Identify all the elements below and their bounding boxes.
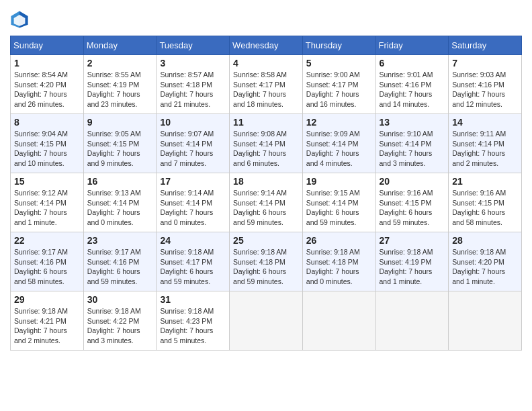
day-info: Sunrise: 9:10 AM Sunset: 4:14 PM Dayligh…: [380, 129, 445, 169]
day-number: 20: [380, 176, 445, 187]
calendar-day-cell: 27 Sunrise: 9:18 AM Sunset: 4:19 PM Dayl…: [375, 232, 449, 291]
calendar-day-cell: 15 Sunrise: 9:12 AM Sunset: 4:14 PM Dayl…: [11, 173, 84, 232]
calendar-day-cell: 26 Sunrise: 9:18 AM Sunset: 4:18 PM Dayl…: [302, 232, 375, 291]
day-info: Sunrise: 9:18 AM Sunset: 4:18 PM Dayligh…: [233, 247, 299, 287]
day-number: 16: [87, 176, 153, 187]
logo-icon: [10, 10, 29, 29]
calendar-day-cell: 14 Sunrise: 9:11 AM Sunset: 4:14 PM Dayl…: [449, 114, 522, 173]
weekday-header: Saturday: [449, 36, 522, 55]
calendar-day-cell: 4 Sunrise: 8:58 AM Sunset: 4:17 PM Dayli…: [230, 55, 303, 114]
calendar-day-cell: 16 Sunrise: 9:13 AM Sunset: 4:14 PM Dayl…: [83, 173, 157, 232]
day-number: 31: [160, 294, 226, 305]
calendar-day-cell: 22 Sunrise: 9:17 AM Sunset: 4:16 PM Dayl…: [11, 232, 84, 291]
day-info: Sunrise: 9:05 AM Sunset: 4:15 PM Dayligh…: [87, 129, 153, 169]
day-number: 28: [452, 235, 518, 246]
weekday-header: Sunday: [11, 36, 84, 55]
day-info: Sunrise: 9:18 AM Sunset: 4:23 PM Dayligh…: [160, 306, 226, 346]
day-info: Sunrise: 8:55 AM Sunset: 4:19 PM Dayligh…: [87, 70, 153, 109]
day-info: Sunrise: 9:15 AM Sunset: 4:14 PM Dayligh…: [306, 188, 372, 228]
calendar-day-cell: [302, 291, 375, 351]
day-info: Sunrise: 9:14 AM Sunset: 4:14 PM Dayligh…: [233, 188, 299, 228]
logo: [10, 10, 32, 29]
day-info: Sunrise: 9:16 AM Sunset: 4:15 PM Dayligh…: [452, 188, 518, 228]
calendar-day-cell: 21 Sunrise: 9:16 AM Sunset: 4:15 PM Dayl…: [449, 173, 522, 232]
calendar-day-cell: 11 Sunrise: 9:08 AM Sunset: 4:14 PM Dayl…: [230, 114, 303, 173]
day-number: 3: [160, 58, 226, 68]
calendar-day-cell: [449, 291, 522, 351]
day-info: Sunrise: 9:18 AM Sunset: 4:20 PM Dayligh…: [452, 247, 518, 287]
day-info: Sunrise: 9:11 AM Sunset: 4:14 PM Dayligh…: [452, 129, 518, 169]
day-info: Sunrise: 9:04 AM Sunset: 4:15 PM Dayligh…: [14, 129, 80, 169]
day-number: 11: [233, 117, 299, 128]
calendar-header-row: SundayMondayTuesdayWednesdayThursdayFrid…: [11, 36, 522, 55]
day-info: Sunrise: 9:12 AM Sunset: 4:14 PM Dayligh…: [14, 188, 80, 228]
calendar-day-cell: 5 Sunrise: 9:00 AM Sunset: 4:17 PM Dayli…: [302, 55, 375, 114]
calendar-day-cell: 7 Sunrise: 9:03 AM Sunset: 4:16 PM Dayli…: [449, 55, 522, 114]
calendar-week-row: 22 Sunrise: 9:17 AM Sunset: 4:16 PM Dayl…: [11, 232, 522, 291]
day-info: Sunrise: 9:00 AM Sunset: 4:17 PM Dayligh…: [306, 70, 372, 109]
weekday-header: Tuesday: [157, 36, 230, 55]
day-info: Sunrise: 9:18 AM Sunset: 4:17 PM Dayligh…: [160, 247, 226, 287]
day-number: 7: [452, 58, 518, 68]
day-number: 18: [233, 176, 299, 187]
day-info: Sunrise: 9:18 AM Sunset: 4:18 PM Dayligh…: [306, 247, 372, 287]
calendar-day-cell: 31 Sunrise: 9:18 AM Sunset: 4:23 PM Dayl…: [157, 291, 230, 351]
calendar-day-cell: 3 Sunrise: 8:57 AM Sunset: 4:18 PM Dayli…: [157, 55, 230, 114]
calendar-day-cell: 13 Sunrise: 9:10 AM Sunset: 4:14 PM Dayl…: [375, 114, 449, 173]
day-info: Sunrise: 9:14 AM Sunset: 4:14 PM Dayligh…: [160, 188, 226, 228]
day-info: Sunrise: 9:01 AM Sunset: 4:16 PM Dayligh…: [380, 70, 445, 109]
calendar-table: SundayMondayTuesdayWednesdayThursdayFrid…: [10, 36, 522, 351]
day-number: 26: [306, 235, 372, 246]
day-number: 24: [160, 235, 226, 246]
calendar-day-cell: 20 Sunrise: 9:16 AM Sunset: 4:15 PM Dayl…: [375, 173, 449, 232]
day-number: 6: [380, 58, 445, 68]
day-number: 29: [14, 294, 80, 305]
day-number: 30: [87, 294, 153, 305]
day-info: Sunrise: 9:13 AM Sunset: 4:14 PM Dayligh…: [87, 188, 153, 228]
day-info: Sunrise: 8:57 AM Sunset: 4:18 PM Dayligh…: [160, 70, 226, 109]
calendar-day-cell: 12 Sunrise: 9:09 AM Sunset: 4:14 PM Dayl…: [302, 114, 375, 173]
day-number: 12: [306, 117, 372, 128]
day-info: Sunrise: 9:18 AM Sunset: 4:19 PM Dayligh…: [380, 247, 445, 287]
page-header: [10, 10, 522, 29]
weekday-header: Friday: [375, 36, 449, 55]
day-number: 1: [14, 58, 80, 68]
calendar-day-cell: [230, 291, 303, 351]
calendar-day-cell: 25 Sunrise: 9:18 AM Sunset: 4:18 PM Dayl…: [230, 232, 303, 291]
calendar-day-cell: 19 Sunrise: 9:15 AM Sunset: 4:14 PM Dayl…: [302, 173, 375, 232]
day-info: Sunrise: 8:58 AM Sunset: 4:17 PM Dayligh…: [233, 70, 299, 109]
day-info: Sunrise: 9:16 AM Sunset: 4:15 PM Dayligh…: [380, 188, 445, 228]
calendar-day-cell: 2 Sunrise: 8:55 AM Sunset: 4:19 PM Dayli…: [83, 55, 157, 114]
day-number: 23: [87, 235, 153, 246]
calendar-day-cell: 28 Sunrise: 9:18 AM Sunset: 4:20 PM Dayl…: [449, 232, 522, 291]
calendar-day-cell: 30 Sunrise: 9:18 AM Sunset: 4:22 PM Dayl…: [83, 291, 157, 351]
calendar-day-cell: 6 Sunrise: 9:01 AM Sunset: 4:16 PM Dayli…: [375, 55, 449, 114]
day-info: Sunrise: 9:18 AM Sunset: 4:22 PM Dayligh…: [87, 306, 153, 346]
day-number: 4: [233, 58, 299, 68]
calendar-week-row: 1 Sunrise: 8:54 AM Sunset: 4:20 PM Dayli…: [11, 55, 522, 114]
calendar-day-cell: 17 Sunrise: 9:14 AM Sunset: 4:14 PM Dayl…: [157, 173, 230, 232]
day-number: 21: [452, 176, 518, 187]
day-number: 5: [306, 58, 372, 68]
day-info: Sunrise: 8:54 AM Sunset: 4:20 PM Dayligh…: [14, 70, 80, 109]
calendar-week-row: 15 Sunrise: 9:12 AM Sunset: 4:14 PM Dayl…: [11, 173, 522, 232]
calendar-day-cell: 8 Sunrise: 9:04 AM Sunset: 4:15 PM Dayli…: [11, 114, 84, 173]
day-number: 15: [14, 176, 80, 187]
weekday-header: Wednesday: [230, 36, 303, 55]
day-number: 2: [87, 58, 153, 68]
day-number: 14: [452, 117, 518, 128]
calendar-day-cell: 1 Sunrise: 8:54 AM Sunset: 4:20 PM Dayli…: [11, 55, 84, 114]
day-number: 19: [306, 176, 372, 187]
day-number: 9: [87, 117, 153, 128]
day-number: 10: [160, 117, 226, 128]
day-info: Sunrise: 9:08 AM Sunset: 4:14 PM Dayligh…: [233, 129, 299, 169]
day-number: 27: [380, 235, 445, 246]
day-info: Sunrise: 9:17 AM Sunset: 4:16 PM Dayligh…: [14, 247, 80, 287]
calendar-day-cell: [375, 291, 449, 351]
day-info: Sunrise: 9:03 AM Sunset: 4:16 PM Dayligh…: [452, 70, 518, 109]
day-info: Sunrise: 9:09 AM Sunset: 4:14 PM Dayligh…: [306, 129, 372, 169]
calendar-day-cell: 10 Sunrise: 9:07 AM Sunset: 4:14 PM Dayl…: [157, 114, 230, 173]
day-number: 8: [14, 117, 80, 128]
weekday-header: Thursday: [302, 36, 375, 55]
day-number: 25: [233, 235, 299, 246]
